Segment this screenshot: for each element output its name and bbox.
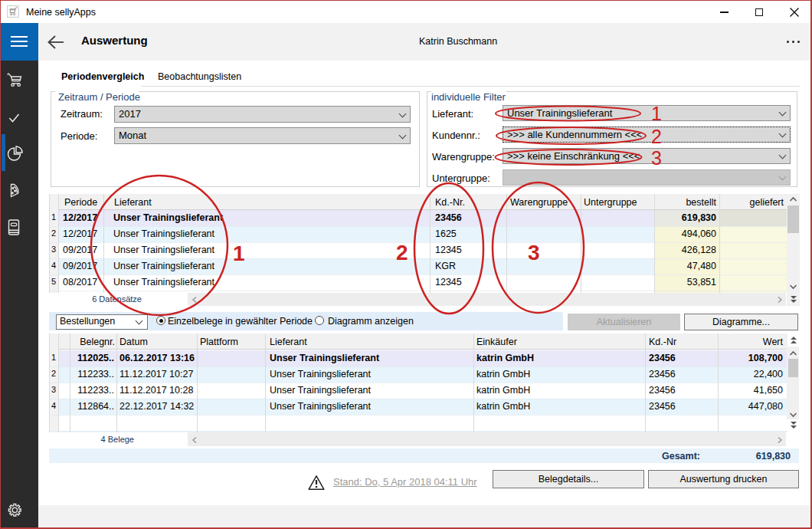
- svg-text:2: 2: [651, 126, 662, 147]
- svg-text:3: 3: [651, 147, 662, 169]
- svg-text:2: 2: [396, 241, 408, 264]
- svg-text:1: 1: [651, 103, 662, 124]
- svg-text:1: 1: [233, 242, 245, 265]
- svg-text:3: 3: [528, 241, 540, 264]
